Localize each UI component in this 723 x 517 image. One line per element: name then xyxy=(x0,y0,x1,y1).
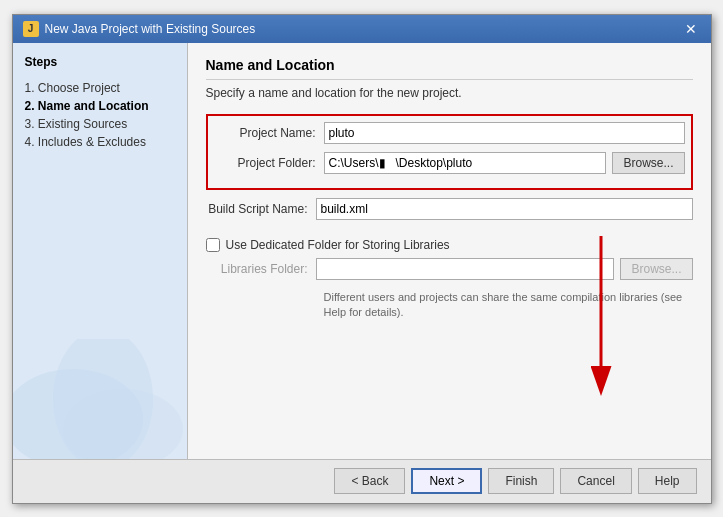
next-button[interactable]: Next > xyxy=(411,468,482,494)
sidebar-watermark xyxy=(13,339,188,459)
cancel-button[interactable]: Cancel xyxy=(560,468,631,494)
libraries-folder-input xyxy=(316,258,615,280)
dialog-footer: < Back Next > Finish Cancel Help xyxy=(13,459,711,503)
dedicated-folder-group: Use Dedicated Folder for Storing Librari… xyxy=(206,238,693,252)
step-1-number: 1. xyxy=(25,81,35,95)
section-subtitle: Specify a name and location for the new … xyxy=(206,86,693,100)
dialog-title: New Java Project with Existing Sources xyxy=(45,22,256,36)
title-bar-left: J New Java Project with Existing Sources xyxy=(23,21,256,37)
step-3: 3. Existing Sources xyxy=(25,115,175,133)
dedicated-folder-label: Use Dedicated Folder for Storing Librari… xyxy=(226,238,450,252)
build-script-group: Build Script Name: xyxy=(206,198,693,220)
step-1-label: Choose Project xyxy=(38,81,120,95)
step-3-label: Existing Sources xyxy=(38,117,127,131)
steps-list: 1. Choose Project 2. Name and Location 3… xyxy=(25,79,175,151)
project-name-input[interactable] xyxy=(324,122,685,144)
step-2: 2. Name and Location xyxy=(25,97,175,115)
dedicated-folder-checkbox[interactable] xyxy=(206,238,220,252)
back-button[interactable]: < Back xyxy=(334,468,405,494)
browse-libraries-button: Browse... xyxy=(620,258,692,280)
step-2-number: 2. xyxy=(25,99,35,113)
build-script-label: Build Script Name: xyxy=(206,202,316,216)
main-content: Name and Location Specify a name and loc… xyxy=(188,43,711,459)
sidebar: Steps 1. Choose Project 2. Name and Loca… xyxy=(13,43,188,459)
section-title: Name and Location xyxy=(206,57,693,80)
step-2-label: Name and Location xyxy=(38,99,149,113)
build-script-input[interactable] xyxy=(316,198,693,220)
project-name-group: Project Name: xyxy=(214,122,685,144)
step-4-label: Includes & Excludes xyxy=(38,135,146,149)
project-folder-input[interactable] xyxy=(324,152,607,174)
close-button[interactable]: ✕ xyxy=(681,19,701,39)
dialog-window: J New Java Project with Existing Sources… xyxy=(12,14,712,504)
step-4-number: 4. xyxy=(25,135,35,149)
hint-text: Different users and projects can share t… xyxy=(324,290,693,321)
step-1: 1. Choose Project xyxy=(25,79,175,97)
step-4: 4. Includes & Excludes xyxy=(25,133,175,151)
project-folder-label: Project Folder: xyxy=(214,156,324,170)
finish-button[interactable]: Finish xyxy=(488,468,554,494)
project-name-label: Project Name: xyxy=(214,126,324,140)
libraries-folder-label: Libraries Folder: xyxy=(206,262,316,276)
java-icon: J xyxy=(23,21,39,37)
step-3-number: 3. xyxy=(25,117,35,131)
sidebar-heading: Steps xyxy=(25,55,175,69)
help-button[interactable]: Help xyxy=(638,468,697,494)
browse-folder-button[interactable]: Browse... xyxy=(612,152,684,174)
title-bar: J New Java Project with Existing Sources… xyxy=(13,15,711,43)
dialog-body: Steps 1. Choose Project 2. Name and Loca… xyxy=(13,43,711,459)
highlight-box: Project Name: Project Folder: Browse... xyxy=(206,114,693,190)
project-folder-group: Project Folder: Browse... xyxy=(214,152,685,174)
libraries-folder-group: Libraries Folder: Browse... xyxy=(206,258,693,280)
